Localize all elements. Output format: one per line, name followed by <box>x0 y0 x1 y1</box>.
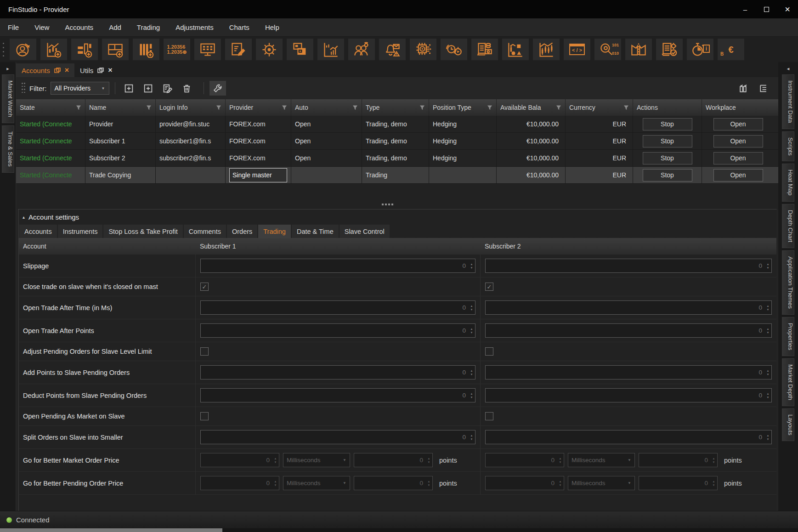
time-automation-icon[interactable] <box>441 39 467 60</box>
toolbar-drag-grip[interactable] <box>3 43 6 57</box>
tab-stop-loss-take-profit[interactable]: Stop Loss & Take Profit <box>103 225 182 238</box>
tab-slave-control[interactable]: Slave Control <box>340 225 390 238</box>
spin-down-icon[interactable]: ▼ <box>470 308 473 311</box>
tab-accounts-close-icon[interactable]: × <box>65 66 69 74</box>
spin-down-icon[interactable]: ▼ <box>470 396 473 399</box>
horizontal-scrollbar[interactable] <box>0 528 798 532</box>
spin-up-icon[interactable]: ▲ <box>470 434 473 437</box>
sidebar-tab-layouts[interactable]: Layouts <box>782 408 794 441</box>
better-pending-time-input-sub2[interactable]: 0▲▼ <box>485 476 564 490</box>
deduct-points-input-sub2[interactable]: 0▲▼ <box>485 388 772 402</box>
better-market-points-input-sub1[interactable]: 0▲▼ <box>354 453 433 467</box>
provider-edit-cell[interactable]: Single master <box>229 168 287 182</box>
tab-date-time[interactable]: Date & Time <box>292 225 339 238</box>
horizontal-scrollbar-thumb[interactable] <box>0 528 222 532</box>
add-points-input-sub2[interactable]: 0▲▼ <box>485 365 772 379</box>
split-orders-input-sub2[interactable]: 0▲▼ <box>485 430 772 444</box>
menu-charts[interactable]: Charts <box>221 18 257 37</box>
account-icon[interactable] <box>10 39 36 60</box>
menu-view[interactable]: View <box>27 18 57 37</box>
chart-shapes-icon[interactable] <box>502 39 529 60</box>
spin-up-icon[interactable]: ▲ <box>767 305 770 307</box>
spin-up-icon[interactable]: ▲ <box>274 480 277 483</box>
provider-filter-dropdown[interactable]: All Providers ▼ <box>51 82 109 95</box>
spin-down-icon[interactable]: ▼ <box>428 484 430 487</box>
currency-convert-icon[interactable]: €B <box>718 39 744 60</box>
sidebar-tab-heat-map[interactable]: Heat Map <box>782 164 794 201</box>
column-header-auto[interactable]: Auto <box>291 99 362 116</box>
spin-down-icon[interactable]: ▼ <box>470 373 473 376</box>
quote-add-icon[interactable]: 1.203561.2035⊕ <box>164 39 190 60</box>
better-pending-points-input-sub1[interactable]: 0▲▼ <box>354 476 433 490</box>
stop-button[interactable]: Stop <box>643 118 692 130</box>
spin-down-icon[interactable]: ▼ <box>559 484 562 487</box>
stop-button[interactable]: Stop <box>643 135 692 147</box>
spin-down-icon[interactable]: ▼ <box>713 461 715 464</box>
stop-button[interactable]: Stop <box>643 169 692 181</box>
spin-up-icon[interactable]: ▲ <box>767 328 770 330</box>
better-market-time-input-sub1[interactable]: 0▲▼ <box>200 453 279 467</box>
table-row-provider[interactable]: Started (Connecte Provider provider@fin.… <box>16 116 778 133</box>
open-pending-checkbox-sub2[interactable] <box>485 412 493 420</box>
open-pending-checkbox-sub1[interactable] <box>200 412 209 420</box>
spin-down-icon[interactable]: ▼ <box>428 461 430 464</box>
open-trade-after-points-input-sub1[interactable]: 0▲▼ <box>200 323 475 338</box>
column-header-position-type[interactable]: Position Type <box>429 99 497 116</box>
edit-button[interactable] <box>159 81 176 96</box>
filter-drag-grip[interactable] <box>22 83 25 94</box>
slippage-input-sub1[interactable]: 0▲▼ <box>200 259 475 273</box>
sidebar-tab-scripts[interactable]: Scripts <box>782 131 794 162</box>
filter-icon[interactable] <box>282 105 287 110</box>
spin-up-icon[interactable]: ▲ <box>428 480 430 483</box>
filter-icon[interactable] <box>216 105 221 110</box>
spin-up-icon[interactable]: ▲ <box>470 369 473 372</box>
table-row-trade-copying[interactable]: Started (Connecte Trade Copying Single m… <box>16 167 778 184</box>
panel-splitter[interactable] <box>16 184 778 209</box>
spin-up-icon[interactable]: ▲ <box>713 480 715 483</box>
collapse-icon[interactable]: ▴ <box>23 215 25 220</box>
filter-icon[interactable] <box>419 105 425 110</box>
spin-up-icon[interactable]: ▲ <box>559 480 562 483</box>
group-tree-button[interactable] <box>754 81 771 96</box>
table-row-subscriber-1[interactable]: Started (Connecte Subscriber 1 subscribe… <box>16 133 778 150</box>
spin-up-icon[interactable]: ▲ <box>767 392 770 395</box>
better-market-unit-dropdown-sub1[interactable]: Milliseconds▼ <box>283 453 350 467</box>
column-header-currency[interactable]: Currency <box>566 99 633 116</box>
spin-up-icon[interactable]: ▲ <box>274 457 277 460</box>
add-points-input-sub1[interactable]: 0▲▼ <box>200 365 475 379</box>
spin-down-icon[interactable]: ▼ <box>274 461 277 464</box>
tab-utils-close-icon[interactable]: × <box>108 66 112 74</box>
tab-trading[interactable]: Trading <box>258 225 291 238</box>
left-strip-expand-icon[interactable]: ▸ <box>6 66 9 72</box>
deduct-points-input-sub1[interactable]: 0▲▼ <box>200 388 475 402</box>
filter-icon[interactable] <box>623 105 629 110</box>
tab-comments[interactable]: Comments <box>184 225 226 238</box>
columns-add-icon[interactable] <box>133 39 159 60</box>
minimize-button[interactable]: – <box>735 0 756 18</box>
sidebar-tab-application-themes[interactable]: Application Themes <box>782 250 794 315</box>
spin-down-icon[interactable]: ▼ <box>274 484 277 487</box>
spin-up-icon[interactable]: ▲ <box>470 328 473 330</box>
tab-orders[interactable]: Orders <box>227 225 257 238</box>
split-orders-input-sub1[interactable]: 0▲▼ <box>200 430 475 444</box>
tab-accounts[interactable]: Accounts × <box>16 63 74 77</box>
menu-trading[interactable]: Trading <box>129 18 168 37</box>
gear-icon[interactable] <box>256 39 283 60</box>
spin-up-icon[interactable]: ▲ <box>428 457 430 460</box>
menu-help[interactable]: Help <box>257 18 287 37</box>
stop-button[interactable]: Stop <box>643 152 692 164</box>
invoice-money-icon[interactable] <box>471 39 498 60</box>
layout-add-icon[interactable] <box>102 39 129 60</box>
filter-icon[interactable] <box>76 105 81 110</box>
close-trade-checkbox-sub2[interactable]: ✓ <box>485 283 493 291</box>
chart-add-icon[interactable] <box>40 39 67 60</box>
checklist-gear-icon[interactable] <box>656 39 683 60</box>
spin-down-icon[interactable]: ▼ <box>559 461 562 464</box>
menu-file[interactable]: File <box>0 18 27 37</box>
maximize-button[interactable] <box>756 0 777 18</box>
better-pending-points-input-sub2[interactable]: 0▲▼ <box>639 476 718 490</box>
close-trade-checkbox-sub1[interactable]: ✓ <box>200 283 209 291</box>
adjust-pending-checkbox-sub1[interactable] <box>200 347 209 356</box>
note-edit-icon[interactable] <box>225 39 252 60</box>
column-header-provider[interactable]: Provider <box>226 99 291 116</box>
